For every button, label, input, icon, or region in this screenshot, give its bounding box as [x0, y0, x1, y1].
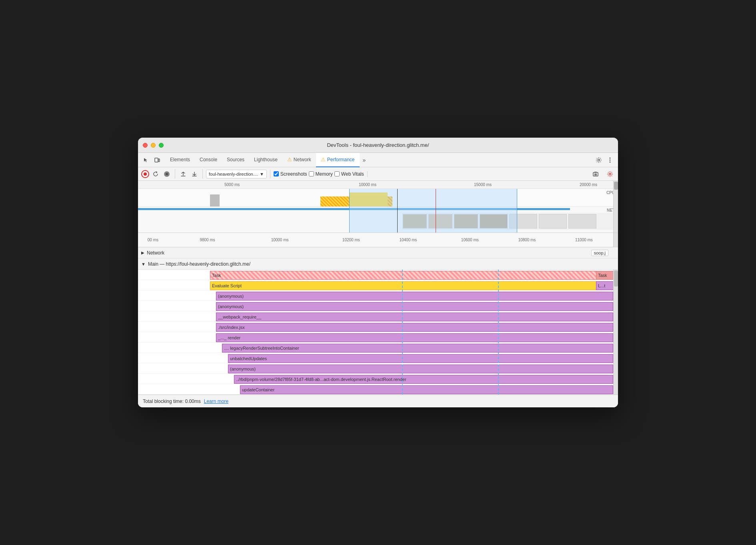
- legacy-render-label: .... legacyRenderSubtreeIntoContainer: [224, 346, 299, 351]
- table-row: unbatchedUpdates: [138, 353, 618, 363]
- table-row: (anonymous): [138, 301, 618, 311]
- url-dropdown[interactable]: foul-heavenly-direction.... ▼: [206, 170, 267, 178]
- chevron-down-icon: ▼: [260, 172, 264, 176]
- svg-point-5: [610, 161, 611, 162]
- window-title: DevTools - foul-heavenly-direction.glitc…: [327, 142, 429, 148]
- network-section-header: ▶ Network soop.j: [138, 247, 618, 258]
- anon-label-2: (anonymous): [218, 304, 244, 309]
- flame-chart-header: ▼ Main — https://foul-heavenly-direction…: [138, 258, 618, 270]
- cursor-icon[interactable]: [141, 155, 151, 165]
- update-container-bar[interactable]: updateContainer: [240, 385, 613, 394]
- tab-bar: Elements Console Sources Lighthouse ⚠ Ne…: [138, 153, 618, 167]
- eval-script-label: Evaluate Script: [212, 283, 242, 288]
- network-section-label: Network: [147, 250, 164, 256]
- webpack-label: __webpack_require__: [218, 315, 261, 319]
- render-bar[interactable]: _..._ render: [216, 333, 613, 342]
- learn-more-link[interactable]: Learn more: [204, 399, 228, 404]
- table-row: (anonymous): [138, 291, 618, 301]
- reload-button[interactable]: [151, 169, 160, 179]
- record-button[interactable]: [141, 170, 149, 178]
- network-filename-chip: soop.j: [591, 250, 608, 256]
- network-warning-icon: ⚠: [287, 156, 292, 162]
- flame-scrollbar[interactable]: [613, 270, 618, 395]
- more-tabs-button[interactable]: »: [360, 153, 369, 167]
- zoom-mark-10200: 10200 ms: [342, 238, 360, 242]
- table-row: Task Task: [138, 270, 618, 280]
- svg-rect-0: [155, 158, 158, 162]
- screenshots-checkbox-label[interactable]: Screenshots: [274, 171, 307, 177]
- dashed-line-2: [498, 270, 499, 395]
- download-icon[interactable]: [190, 169, 199, 179]
- anon-bar-3[interactable]: (anonymous): [228, 365, 613, 373]
- timeline-scrollbar-thumb: [614, 182, 618, 190]
- timeline-scrollbar[interactable]: [613, 181, 618, 232]
- timeline-overview[interactable]: 5000 ms 10000 ms 15000 ms 20000 ms CPU N…: [138, 181, 618, 233]
- flame-chart: ▼ Main — https://foul-heavenly-direction…: [138, 258, 618, 395]
- device-toggle-icon[interactable]: [152, 155, 162, 165]
- clear-recordings-icon[interactable]: [591, 169, 600, 179]
- tab-network[interactable]: ⚠ Network: [282, 153, 316, 167]
- src-index-bar[interactable]: ./src/index.jsx: [216, 323, 613, 332]
- devtools-panel: Elements Console Sources Lighthouse ⚠ Ne…: [138, 153, 618, 407]
- svg-point-4: [610, 159, 611, 160]
- svg-point-2: [598, 159, 600, 161]
- flame-body: Task Task Evaluate Script L...t: [138, 270, 618, 395]
- tab-sources[interactable]: Sources: [222, 153, 249, 167]
- task-end-label: Task: [598, 273, 607, 278]
- svg-point-7: [609, 173, 611, 175]
- screenshots-checkbox[interactable]: [274, 171, 279, 176]
- clear-button-area: [591, 169, 600, 179]
- minimize-button[interactable]: [151, 143, 156, 148]
- task-bar[interactable]: Task: [210, 271, 608, 280]
- tab-lighthouse[interactable]: Lighthouse: [249, 153, 282, 167]
- unbatched-label: unbatchedUpdates: [230, 356, 267, 361]
- flame-collapse-icon[interactable]: ▼: [141, 262, 146, 266]
- flame-main-label: Main — https://foul-heavenly-direction.g…: [148, 261, 250, 267]
- anon-label-3: (anonymous): [230, 367, 256, 371]
- checkboxes-group: Screenshots Memory Web Vitals: [274, 171, 368, 177]
- stop-button[interactable]: [162, 169, 172, 179]
- memory-checkbox-label[interactable]: Memory: [309, 171, 333, 177]
- settings-icon[interactable]: [594, 155, 604, 165]
- tab-list: Elements Console Sources Lighthouse ⚠ Ne…: [165, 153, 594, 167]
- anon-bar-2[interactable]: (anonymous): [216, 302, 613, 311]
- ruler-mark-20000: 20000 ms: [580, 182, 597, 187]
- memory-checkbox[interactable]: [309, 171, 314, 176]
- performance-settings-icon[interactable]: [605, 169, 615, 179]
- tab-console[interactable]: Console: [195, 153, 222, 167]
- devtools-window: DevTools - foul-heavenly-direction.glitc…: [138, 138, 618, 407]
- anon-bar-1[interactable]: (anonymous): [216, 292, 613, 301]
- react-root-bar[interactable]: ../rbd/pnpm-volume/28d7f85f-31d7-4fd8-ab…: [234, 375, 613, 384]
- zoom-mark-10400: 10400 ms: [399, 238, 417, 242]
- more-options-icon[interactable]: [605, 155, 615, 165]
- table-row: ../rbd/pnpm-volume/28d7f85f-31d7-4fd8-ab…: [138, 374, 618, 384]
- zoom-mark-10600: 10600 ms: [461, 238, 479, 242]
- tab-elements[interactable]: Elements: [165, 153, 195, 167]
- zoom-mark-11000: 11000 ms: [575, 238, 593, 242]
- timeline-selection: [349, 189, 517, 232]
- unbatched-bar[interactable]: unbatchedUpdates: [228, 354, 613, 363]
- tab-performance[interactable]: ⚠ Performance: [316, 153, 360, 167]
- webpack-bar[interactable]: __webpack_require__: [216, 313, 613, 321]
- zoom-scrollbar[interactable]: [613, 233, 618, 247]
- anon-label-1: (anonymous): [218, 294, 244, 299]
- zoom-ruler: 00 ms 9800 ms 10000 ms 10200 ms 10400 ms…: [138, 233, 613, 247]
- table-row: Evaluate Script L...t: [138, 280, 618, 291]
- legacy-render-bar[interactable]: .... legacyRenderSubtreeIntoContainer: [222, 344, 613, 353]
- table-row: ./src/index.jsx: [138, 322, 618, 332]
- title-bar: DevTools - foul-heavenly-direction.glitc…: [138, 138, 618, 153]
- maximize-button[interactable]: [159, 143, 164, 148]
- upload-icon[interactable]: [178, 169, 188, 179]
- task-bar-label: Task: [212, 273, 221, 278]
- network-collapse-icon[interactable]: ▶: [141, 250, 144, 255]
- record-controls: [141, 169, 175, 179]
- close-button[interactable]: [143, 143, 148, 148]
- blocking-time-text: Total blocking time: 0.00ms: [143, 399, 201, 404]
- web-vitals-checkbox-label[interactable]: Web Vitals: [334, 171, 364, 177]
- eval-end-label: L...t: [598, 283, 605, 288]
- timeline-marker-dark: [397, 189, 398, 232]
- traffic-lights: [143, 143, 164, 148]
- web-vitals-checkbox[interactable]: [334, 171, 340, 176]
- eval-script-bar[interactable]: Evaluate Script: [210, 281, 608, 290]
- react-root-label: ../rbd/pnpm-volume/28d7f85f-31d7-4fd8-ab…: [236, 377, 406, 382]
